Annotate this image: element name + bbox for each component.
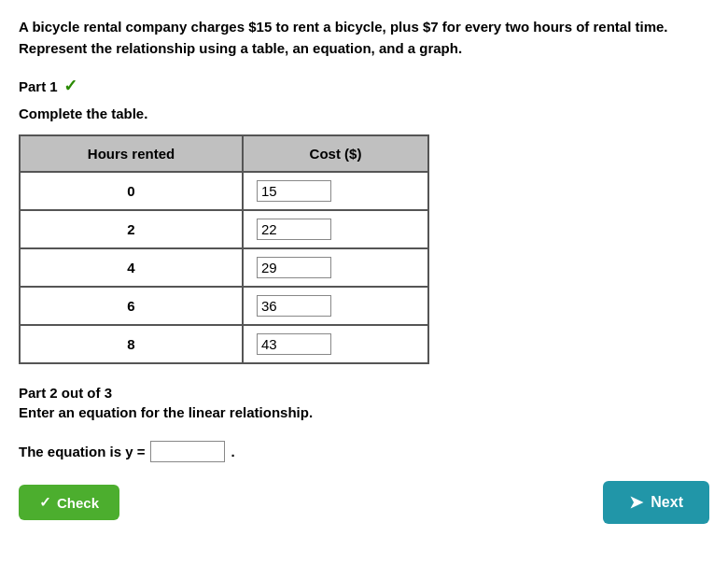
check-icon: ✓ [39,494,51,511]
cost-input[interactable] [257,219,331,240]
part1-header: Part 1 ✓ [19,76,709,96]
next-button[interactable]: ➤ Next [603,481,709,524]
equation-row: The equation is y = . [19,441,709,462]
hours-cell: 0 [20,172,243,210]
cost-cell [243,287,428,325]
hours-cell: 8 [20,325,243,363]
cost-cell [243,172,428,210]
table-header-hours: Hours rented [20,135,243,172]
hours-cost-table: Hours rented Cost ($) 02468 [19,134,429,364]
table-row: 6 [20,287,428,325]
cost-input[interactable] [257,257,331,278]
next-label: Next [651,494,683,511]
hours-cell: 6 [20,287,243,325]
equation-input[interactable] [150,441,225,462]
check-label: Check [57,495,99,511]
problem-line2: Represent the relationship using a table… [19,40,462,56]
part1-checkmark: ✓ [63,76,77,96]
table-header-cost: Cost ($) [243,135,428,172]
part1-instruction: Complete the table. [19,106,709,121]
cost-cell [243,210,428,248]
hours-cell: 4 [20,248,243,287]
part2-instruction: Enter an equation for the linear relatio… [19,404,709,420]
problem-line1: A bicycle rental company charges $15 to … [19,19,668,35]
bottom-row: ✓ Check ➤ Next [19,481,709,524]
cost-input[interactable] [257,180,331,202]
equation-suffix: . [231,444,234,459]
cost-cell [243,325,428,363]
table-row: 4 [20,248,428,287]
table-row: 2 [20,210,428,248]
next-arrow-icon: ➤ [629,492,643,513]
cost-cell [243,248,428,287]
problem-text: A bicycle rental company charges $15 to … [19,17,709,59]
part1-label: Part 1 [19,78,58,94]
cost-input[interactable] [257,295,331,317]
table-row: 0 [20,172,428,210]
part2-label: Part 2 out of 3 [19,385,709,401]
cost-input[interactable] [257,333,331,355]
equation-prefix: The equation is y = [19,444,145,459]
hours-cell: 2 [20,210,243,248]
check-button[interactable]: ✓ Check [19,485,119,520]
table-row: 8 [20,325,428,363]
